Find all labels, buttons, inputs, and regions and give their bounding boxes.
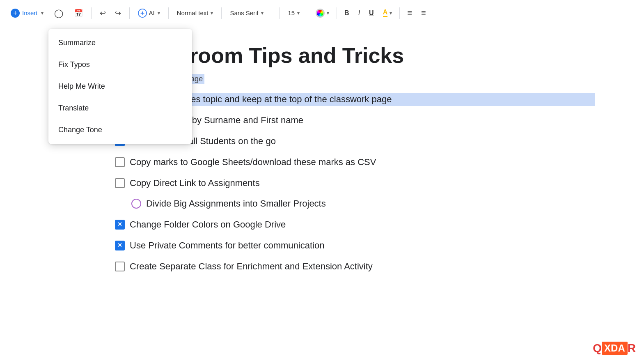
checklist-item-9-text: Create Separate Class for Enrichment and… <box>130 260 595 273</box>
redo-button[interactable]: ↪ <box>111 6 125 20</box>
divider-8 <box>399 7 400 19</box>
bullet-list-button[interactable]: ≡ <box>404 6 415 20</box>
highlight-button[interactable]: A ▾ <box>380 6 396 20</box>
calendar-icon: 📅 <box>74 9 83 18</box>
menu-item-help-me-write[interactable]: Help Me Write <box>48 76 192 97</box>
italic-icon: I <box>358 9 360 16</box>
insert-button[interactable]: + Insert ▾ <box>7 6 48 20</box>
font-label: Sans Serif <box>230 9 258 16</box>
divider-7 <box>337 7 337 19</box>
insert-plus-icon: + <box>11 9 20 18</box>
toolbar: + Insert ▾ ◯ 📅 ↩ ↪ AI ▾ Normal text ▾ <box>0 0 644 26</box>
underline-icon: U <box>369 9 374 16</box>
check-icon-button[interactable]: ◯ <box>50 6 67 21</box>
checkbox-unchecked-icon[interactable] <box>115 178 125 188</box>
checkbox-checked-icon[interactable] <box>115 241 125 250</box>
italic-button[interactable]: I <box>355 7 363 19</box>
checklist-item-7-text: Change Folder Colors on Google Drive <box>130 218 595 231</box>
ai-label: AI <box>149 9 155 16</box>
list-item: Change Folder Colors on Google Drive <box>115 218 595 231</box>
size-dropdown[interactable]: 15 ▾ <box>284 7 304 19</box>
list-item: Use Private Comments for better communic… <box>115 239 595 252</box>
menu-item-translate[interactable]: Translate <box>48 97 192 119</box>
ai-button[interactable]: AI ▾ <box>134 6 164 20</box>
divider-3 <box>168 7 169 19</box>
style-chevron: ▾ <box>211 10 213 16</box>
highlight-chevron: ▾ <box>390 10 392 16</box>
divider-1 <box>91 7 92 19</box>
style-dropdown[interactable]: Normal text ▾ <box>173 7 218 19</box>
circle-check-icon: ◯ <box>54 8 63 18</box>
bullet-list-icon: ≡ <box>407 8 412 17</box>
bold-button[interactable]: B <box>341 7 353 19</box>
color-chevron: ▾ <box>327 10 329 16</box>
undo-icon: ↩ <box>100 9 106 18</box>
divider-6 <box>308 7 308 19</box>
checklist-item-1-text: Keep a resources topic and keep at the t… <box>130 93 595 106</box>
redo-icon: ↪ <box>115 9 121 18</box>
menu-item-summarize[interactable]: Summarize <box>48 32 192 54</box>
menu-item-summarize-label: Summarize <box>58 39 96 47</box>
checklist-item-8-text: Use Private Comments for better communic… <box>130 239 595 252</box>
list-item: Copy marks to Google Sheets/download the… <box>115 156 595 169</box>
style-label: Normal text <box>177 9 209 16</box>
checklist-item-4-text: Copy marks to Google Sheets/download the… <box>130 156 595 169</box>
highlight-icon: A <box>383 9 388 17</box>
list-item: Create Separate Class for Enrichment and… <box>115 260 595 273</box>
insert-label: Insert <box>22 9 38 16</box>
checklist-item-5-text: Copy Direct Link to Assignments <box>130 177 595 190</box>
size-chevron: ▾ <box>297 10 300 16</box>
xda-watermark: Q XDA R <box>593 342 636 355</box>
bold-icon: B <box>344 9 349 16</box>
checklist-item-6-text: Divide Big Assignments into Smaller Proj… <box>146 198 595 210</box>
list-item: Divide Big Assignments into Smaller Proj… <box>115 198 595 210</box>
ai-chevron: ▾ <box>158 10 160 16</box>
divider-2 <box>129 7 130 19</box>
undo-button[interactable]: ↩ <box>96 6 110 20</box>
menu-item-fix-typos-label: Fix Typos <box>58 60 90 69</box>
menu-item-translate-label: Translate <box>58 104 89 113</box>
checkbox-unchecked-icon[interactable] <box>115 262 125 271</box>
checklist-item-2-text: Short Students by Surname and First name <box>130 114 595 127</box>
insert-chevron: ▾ <box>41 10 44 16</box>
calendar-button[interactable]: 📅 <box>70 6 87 20</box>
ai-sparkle-icon <box>138 9 147 18</box>
checkbox-radio-icon[interactable] <box>131 199 141 209</box>
undo-redo-group: ↩ ↪ <box>96 6 125 20</box>
xda-prefix: Q <box>593 342 602 355</box>
font-dropdown[interactable]: Sans Serif ▾ <box>226 7 275 19</box>
menu-item-change-tone[interactable]: Change Tone <box>48 119 192 141</box>
ai-dropdown-menu: Summarize Fix Typos Help Me Write Transl… <box>48 29 192 144</box>
menu-item-help-me-write-label: Help Me Write <box>58 82 105 91</box>
underline-button[interactable]: U <box>366 7 377 19</box>
xda-suffix: R <box>628 342 636 355</box>
divider-5 <box>279 7 280 19</box>
list-item: Copy Direct Link to Assignments <box>115 177 595 190</box>
menu-item-fix-typos[interactable]: Fix Typos <box>48 54 192 76</box>
font-chevron: ▾ <box>261 10 264 16</box>
divider-4 <box>221 7 222 19</box>
checklist-item-3-text: Send Email to all Students on the go <box>130 135 595 148</box>
numbered-list-icon: ≡️ <box>421 8 426 17</box>
checkbox-unchecked-icon[interactable] <box>115 157 125 167</box>
numbered-list-button[interactable]: ≡️ <box>418 6 429 20</box>
color-button[interactable]: ▾ <box>312 6 332 20</box>
color-circle-icon <box>316 9 325 18</box>
menu-item-change-tone-label: Change Tone <box>58 126 102 134</box>
size-label: 15 <box>288 9 295 16</box>
xda-box: XDA <box>602 342 628 355</box>
checkbox-checked-icon[interactable] <box>115 220 125 230</box>
